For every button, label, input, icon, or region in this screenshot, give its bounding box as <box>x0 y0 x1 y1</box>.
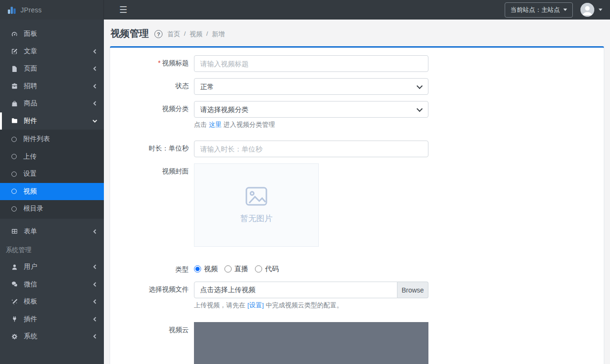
settings-link[interactable]: [设置] <box>247 302 264 309</box>
sidebar-item-wechat[interactable]: 微信 <box>0 276 104 293</box>
file-icon <box>10 65 18 72</box>
radio-input[interactable] <box>194 265 201 273</box>
browse-button[interactable]: Browse <box>397 282 428 298</box>
sidebar-subitem-root-dir[interactable]: 根目录 <box>0 200 104 218</box>
content-area: 视频管理 ? 首页 / 视频 / 新增 *视频标题 <box>104 20 610 364</box>
sidebar-subitem-label: 设置 <box>23 170 37 178</box>
form-row-cloud: 视频云 <box>120 322 594 364</box>
sidebar-subitem-video[interactable]: 视频 <box>0 183 104 201</box>
radio-input[interactable] <box>224 265 232 273</box>
sidebar-item-pages[interactable]: 页面 <box>0 60 104 78</box>
sidebar-subitem-upload[interactable]: 上传 <box>0 148 104 166</box>
form-row-duration: 时长：单位秒 <box>120 141 594 157</box>
sidebar-item-plugins[interactable]: 插件 <box>0 311 104 328</box>
sidebar-item-forms[interactable]: 表单 <box>0 223 104 241</box>
circle-icon <box>11 206 17 212</box>
breadcrumb-current: 新增 <box>212 30 225 39</box>
plug-icon <box>10 315 18 323</box>
field-label: 视频云 <box>120 322 194 364</box>
chevron-left-icon <box>92 229 97 234</box>
duration-input[interactable] <box>194 141 428 157</box>
required-asterisk: * <box>158 59 161 67</box>
magic-wand-icon <box>10 298 18 305</box>
help-question-icon[interactable]: ? <box>154 30 163 38</box>
chevron-down-icon <box>92 119 97 123</box>
form-row-type: 类型 视频 直播 代码 <box>120 264 594 274</box>
circle-icon <box>11 137 17 142</box>
topbar: ☰ 当前站点：主站点 <box>104 0 610 20</box>
main-area: ☰ 当前站点：主站点 视频管理 ? 首页 <box>104 0 610 364</box>
chevron-left-icon <box>92 334 97 339</box>
sidebar-item-users[interactable]: 用户 <box>0 258 104 276</box>
site-selector-dropdown[interactable]: 当前站点：主站点 <box>505 2 573 18</box>
sidebar-item-label: 模板 <box>24 297 92 306</box>
radio-label: 视频 <box>204 264 218 273</box>
breadcrumb-separator: / <box>184 30 186 39</box>
sidebar-item-label: 插件 <box>24 315 92 324</box>
sidebar-menu: 面板 文章 页面 招聘 商品 <box>0 20 104 345</box>
brand-name: JPress <box>20 6 42 14</box>
field-label: 视频分类 <box>120 101 194 129</box>
sidebar-item-label: 面板 <box>24 30 97 38</box>
sidebar-item-label: 文章 <box>24 47 92 56</box>
video-cloud-panel[interactable] <box>194 322 428 364</box>
sidebar-item-products[interactable]: 商品 <box>0 95 104 112</box>
edit-icon <box>10 48 18 55</box>
form-card: *视频标题 状态 正常 <box>110 46 604 364</box>
radio-input[interactable] <box>255 265 262 273</box>
sidebar-subitem-label: 附件列表 <box>23 135 50 143</box>
sidebar-subitem-label: 视频 <box>23 187 37 196</box>
hamburger-menu-icon[interactable]: ☰ <box>119 5 127 14</box>
sidebar-subitem-attachment-list[interactable]: 附件列表 <box>0 131 104 148</box>
circle-icon <box>11 154 17 159</box>
sidebar-item-system[interactable]: 系统 <box>0 328 104 345</box>
type-radio-video[interactable]: 视频 <box>194 264 218 273</box>
dashboard-icon <box>10 30 18 38</box>
category-help-text: 点击这里进入视频分类管理 <box>194 121 428 129</box>
attachments-submenu: 附件列表 上传 设置 视频 根目录 <box>0 130 104 219</box>
sidebar-item-label: 附件 <box>24 117 92 125</box>
avatar <box>580 3 594 17</box>
sidebar-item-label: 商品 <box>24 99 92 108</box>
status-select-wrap: 正常 <box>194 78 428 95</box>
breadcrumb-video[interactable]: 视频 <box>190 30 203 39</box>
user-icon <box>10 263 18 271</box>
circle-icon <box>11 172 17 177</box>
image-placeholder-icon <box>245 187 267 206</box>
sidebar-item-dashboard[interactable]: 面板 <box>0 25 104 43</box>
category-select[interactable]: 请选择视频分类 <box>194 101 428 118</box>
status-select[interactable]: 正常 <box>194 78 428 95</box>
page-title: 视频管理 <box>111 27 149 40</box>
caret-down-icon <box>599 9 602 11</box>
type-radio-live[interactable]: 直播 <box>224 264 248 273</box>
sidebar-item-attachments[interactable]: 附件 <box>0 112 104 130</box>
user-menu[interactable] <box>580 3 602 17</box>
breadcrumb-home[interactable]: 首页 <box>167 30 180 39</box>
category-manage-link[interactable]: 这里 <box>209 121 222 128</box>
form-row-category: 视频分类 请选择视频分类 点击这里进入视频分类管理 <box>120 101 594 129</box>
cover-upload-box[interactable]: 暂无图片 <box>194 163 319 247</box>
shopping-bag-icon <box>10 100 18 107</box>
radio-label: 直播 <box>234 264 248 273</box>
sidebar-subitem-settings[interactable]: 设置 <box>0 165 104 183</box>
video-file-input[interactable] <box>194 282 397 298</box>
field-label: 状态 <box>120 78 194 95</box>
comments-icon <box>10 281 18 288</box>
sidebar-item-label: 微信 <box>24 280 92 289</box>
sidebar-item-label: 表单 <box>24 227 92 236</box>
radio-label: 代码 <box>265 264 279 273</box>
sidebar-item-templates[interactable]: 模板 <box>0 293 104 311</box>
type-radio-code[interactable]: 代码 <box>255 264 279 273</box>
sidebar-item-label: 系统 <box>24 332 92 341</box>
table-icon <box>10 228 18 235</box>
site-selector-label: 当前站点：主站点 <box>510 6 560 14</box>
sidebar-item-articles[interactable]: 文章 <box>0 43 104 61</box>
brand-logo[interactable]: JPress <box>0 0 104 20</box>
cover-empty-text: 暂无图片 <box>240 213 273 224</box>
file-help-text: 上传视频，请先在[设置]中完成视频云类型的配置。 <box>194 301 428 310</box>
sidebar-subitem-label: 根目录 <box>23 204 43 213</box>
caret-down-icon <box>563 9 567 11</box>
sidebar-item-jobs[interactable]: 招聘 <box>0 78 104 95</box>
video-title-input[interactable] <box>194 55 428 72</box>
sidebar: JPress 面板 文章 页面 招聘 <box>0 0 104 364</box>
